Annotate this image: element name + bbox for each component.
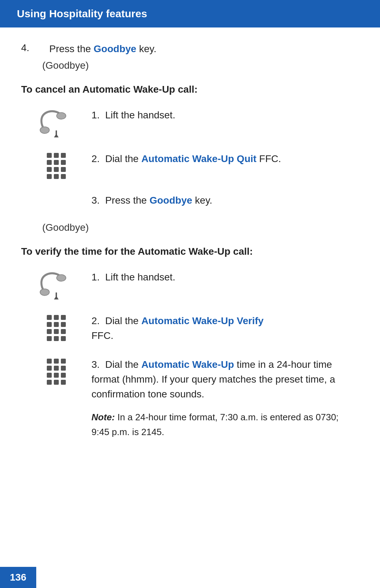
- awu-quit-link: Automatic Wake-Up Quit: [141, 153, 256, 164]
- goodbye-label-1: (Goodbye): [42, 60, 359, 71]
- step-num: 2.: [91, 153, 100, 164]
- page-number: 136: [10, 572, 26, 583]
- cancel-step-1-text: 1. Lift the handset.: [91, 108, 359, 123]
- cancel-step-3: 3. Press the Goodbye key.: [21, 193, 359, 208]
- page-number-box: 136: [0, 567, 36, 588]
- keypad-icon-1: [47, 153, 66, 179]
- step-num: 3.: [91, 359, 100, 370]
- keypad-icon-col-2: [21, 314, 91, 341]
- verify-step-3: 3. Dial the Automatic Wake-Up time in a …: [21, 357, 359, 439]
- cancel-step-2: 2. Dial the Automatic Wake-Up Quit FFC.: [21, 151, 359, 179]
- svg-rect-7: [56, 292, 57, 299]
- cancel-step-3-text: 3. Press the Goodbye key.: [91, 193, 359, 208]
- svg-rect-3: [56, 130, 57, 137]
- cancel-section: To cancel an Automatic Wake-Up call: 1. …: [21, 84, 359, 233]
- goodbye-link-1: Goodbye: [94, 43, 136, 54]
- handset-icon-col-2: [21, 270, 91, 299]
- step-num: 1.: [91, 272, 100, 283]
- verify-section: To verify the time for the Automatic Wak…: [21, 246, 359, 439]
- awu-link: Automatic Wake-Up: [141, 359, 234, 370]
- note-label: Note:: [91, 412, 115, 422]
- svg-point-0: [40, 127, 49, 134]
- empty-icon-col-1: [21, 193, 91, 194]
- step-number: 4.: [21, 42, 49, 54]
- awu-verify-link: Automatic Wake-Up Verify: [141, 315, 264, 326]
- verify-step-1: 1. Lift the handset.: [21, 270, 359, 299]
- intro-step-4: 4. Press the Goodbye key.: [21, 42, 359, 56]
- cancel-step-2-text: 2. Dial the Automatic Wake-Up Quit FFC.: [91, 151, 359, 166]
- step-num: 2.: [91, 315, 100, 326]
- note-block: Note: In a 24-hour time format, 7:30 a.m…: [91, 410, 359, 439]
- handset-icon-2: [37, 271, 76, 299]
- handset-icon-1: [37, 109, 76, 137]
- step-num: 3.: [91, 195, 100, 206]
- cancel-heading: To cancel an Automatic Wake-Up call:: [21, 84, 359, 95]
- svg-point-4: [40, 289, 49, 296]
- svg-point-5: [57, 274, 66, 281]
- verify-heading: To verify the time for the Automatic Wak…: [21, 246, 359, 257]
- svg-point-1: [57, 112, 66, 119]
- handset-icon-col-1: [21, 108, 91, 137]
- note-text: In a 24-hour time format, 7:30 a.m. is e…: [91, 412, 338, 437]
- main-content: 4. Press the Goodbye key. (Goodbye) To c…: [0, 42, 380, 482]
- cancel-step-1: 1. Lift the handset.: [21, 108, 359, 137]
- header-title: Using Hospitality features: [17, 8, 147, 19]
- goodbye-link-2: Goodbye: [150, 195, 192, 206]
- verify-step-2: 2. Dial the Automatic Wake-Up VerifyFFC.: [21, 314, 359, 343]
- verify-step-1-text: 1. Lift the handset.: [91, 270, 359, 285]
- step-num: 1.: [91, 110, 100, 120]
- keypad-icon-col-3: [21, 357, 91, 385]
- goodbye-label-2: (Goodbye): [42, 222, 359, 233]
- keypad-icon-2: [47, 315, 66, 341]
- step-text: Press the Goodbye key.: [49, 42, 156, 56]
- header-bar: Using Hospitality features: [0, 0, 380, 27]
- keypad-icon-3: [47, 359, 66, 385]
- verify-step-3-text: 3. Dial the Automatic Wake-Up time in a …: [91, 357, 359, 439]
- keypad-icon-col-1: [21, 151, 91, 179]
- verify-step-2-text: 2. Dial the Automatic Wake-Up VerifyFFC.: [91, 314, 359, 343]
